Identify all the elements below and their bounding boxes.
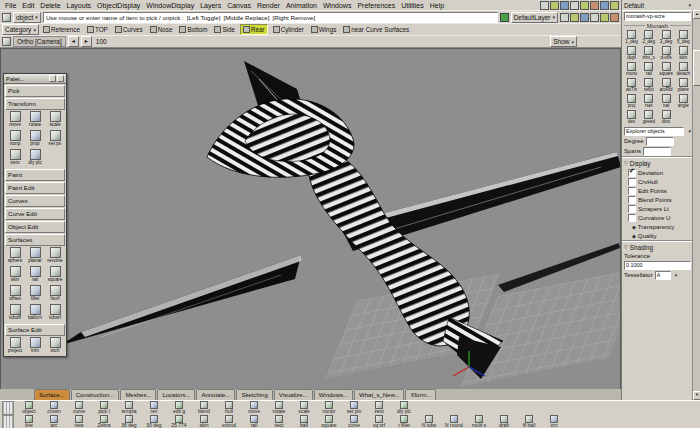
prev-view-button[interactable]: ◂ (68, 36, 79, 47)
scroll-down-icon[interactable]: ▼ (693, 391, 700, 400)
shelf-tool[interactable]: scale (292, 401, 316, 415)
display-bullet-row[interactable]: Transparency (622, 222, 693, 231)
shelf-tool[interactable]: nonpr (317, 401, 341, 415)
palette-section-object-edit[interactable]: Object Edit (5, 221, 65, 233)
palette-tool[interactable]: sphere (5, 247, 25, 266)
palette-section-surfaces[interactable]: Surfaces (5, 234, 65, 246)
palette-tool[interactable]: tuboff (5, 304, 25, 323)
shading-section-header[interactable]: ▽ Shading (622, 241, 693, 252)
palette-section-paint[interactable]: Paint (5, 169, 65, 181)
shelf-tool[interactable]: N round (442, 415, 466, 428)
display-checkbox-row[interactable]: Deviation (622, 168, 693, 177)
shelf-tool[interactable]: dly plc (392, 401, 416, 415)
shelf-tool[interactable]: trim_o (640, 46, 657, 62)
shelf-tab[interactable]: What_s_New... (354, 389, 404, 400)
palette-section-surface-edit[interactable]: Surface Edit (5, 324, 65, 336)
shelf-tool[interactable]: templa (117, 401, 141, 415)
shelf-tool[interactable]: attTln (623, 78, 640, 94)
shelf-tool[interactable]: draft (492, 415, 516, 428)
shelf-tool[interactable]: rail (242, 415, 266, 428)
scrollbar-thumb[interactable] (693, 50, 700, 86)
palette-tool[interactable]: stch (45, 337, 65, 356)
shelf-tool[interactable]: arc (42, 415, 66, 428)
shelf-tool[interactable]: sect (267, 415, 291, 428)
palette-tool[interactable]: scale (45, 111, 65, 130)
shelf-tool[interactable]: ball (292, 415, 316, 428)
shelf-tool[interactable]: angle (675, 94, 692, 110)
shelf-tool[interactable]: Zebra (92, 415, 116, 428)
scroll-up-icon[interactable]: ▲ (693, 10, 700, 19)
display-bullet-row[interactable]: Quality (622, 231, 693, 240)
next-view-button[interactable]: ▸ (81, 36, 92, 47)
toolbar-icon[interactable] (560, 1, 569, 10)
palette-tool[interactable]: ballcrn (25, 304, 45, 323)
palette-section-pick[interactable]: Pick (5, 85, 65, 97)
shelf-tool[interactable]: proj (623, 94, 640, 110)
display-checkbox-row[interactable]: Edit Points (622, 186, 693, 195)
shelf-tool[interactable]: fil ball (517, 415, 541, 428)
shelf-tool[interactable]: line (17, 415, 41, 428)
shelf-tab[interactable]: Annotate... (196, 389, 235, 400)
shelf-tool[interactable]: sq srf (367, 415, 391, 428)
shelf-handle[interactable] (2, 415, 14, 428)
palette-section-paint-edit[interactable]: Paint Edit (5, 182, 65, 194)
palette-tool[interactable]: set pv (45, 130, 65, 149)
shelf-tool[interactable]: d-offs (658, 46, 675, 62)
shelf-tool[interactable]: zero (367, 401, 391, 415)
shelf-tool[interactable]: extrud (217, 415, 241, 428)
shelf-tool[interactable]: hull (217, 401, 241, 415)
palette-tool[interactable]: nonp (5, 130, 25, 149)
shelf-tool[interactable]: 5_deg (675, 30, 692, 46)
shelf-tool[interactable]: set piv (342, 401, 366, 415)
shelf-tool[interactable]: blend (192, 401, 216, 415)
shelf-tool[interactable]: crn (542, 415, 566, 428)
toolbar-icon[interactable] (580, 13, 589, 22)
shelf-tool[interactable]: 1_deg (623, 30, 640, 46)
shelf-tool[interactable]: rotate (267, 401, 291, 415)
shelf-tool[interactable]: square (658, 62, 675, 78)
shelf-tab[interactable]: Windows... (314, 389, 353, 400)
toolbar-icon[interactable] (560, 13, 569, 22)
shelf-tab[interactable]: Construction... (71, 389, 120, 400)
display-checkbox-row[interactable]: Blend Points (622, 195, 693, 204)
shelf-tool[interactable]: curve (67, 401, 91, 415)
layer-chip[interactable]: Rear (240, 24, 268, 35)
menu-item[interactable]: Delete (37, 2, 63, 9)
control-panel-titlebar[interactable]: Default ▾ (622, 0, 693, 11)
layer-chip[interactable]: Side (212, 25, 237, 34)
shelf-tool[interactable]: mono (623, 62, 640, 78)
menu-item[interactable]: Utilities (398, 2, 427, 9)
shelf-tool[interactable]: edit g (167, 401, 191, 415)
display-checkbox-row[interactable]: Curvature U (622, 213, 693, 222)
shelf-tab[interactable]: Locators... (157, 389, 195, 400)
toolbar-icon[interactable] (600, 13, 609, 22)
shelf-tool[interactable]: reflct (640, 78, 657, 94)
shelf-tool[interactable]: dev (623, 110, 640, 126)
palette-tool[interactable]: square (45, 266, 65, 285)
layer-chip[interactable]: Curves (113, 25, 145, 34)
toolbar-icon[interactable] (600, 1, 609, 10)
palette-tool[interactable]: fsurf (45, 285, 65, 304)
spans-value[interactable] (643, 147, 671, 156)
shelf-tool[interactable]: crown (42, 401, 66, 415)
palette-tool[interactable]: move (5, 111, 25, 130)
shelf-tool[interactable]: 30 deg (142, 415, 166, 428)
shelf-tool[interactable]: dupl (623, 46, 640, 62)
display-checkbox-row[interactable]: Scrapers Lt (622, 204, 693, 213)
shelf-tool[interactable]: detach (675, 62, 692, 78)
palette-section-curves[interactable]: Curves (5, 195, 65, 207)
palette-section-curve-edit[interactable]: Curve Edit (5, 208, 65, 220)
shelf-tool[interactable]: skin (675, 46, 692, 62)
toolbar-icon[interactable] (590, 13, 599, 22)
pick-mode-icon[interactable] (2, 13, 11, 22)
layer-chip[interactable]: Cylinder (271, 25, 306, 34)
palette-tool[interactable]: tubsrf (45, 304, 65, 323)
shelf-tool[interactable]: rset (640, 94, 657, 110)
shelf-tool[interactable]: rev (142, 401, 166, 415)
shelf-tab[interactable]: Meshes... (120, 389, 156, 400)
layer-combo[interactable]: DefaultLayer ▾ (511, 12, 558, 23)
toolbar-icon[interactable] (610, 13, 619, 22)
layer-chip[interactable]: Nose (148, 25, 175, 34)
palette-tool[interactable]: rail (25, 266, 45, 285)
menu-item[interactable]: Layouts (64, 2, 95, 9)
